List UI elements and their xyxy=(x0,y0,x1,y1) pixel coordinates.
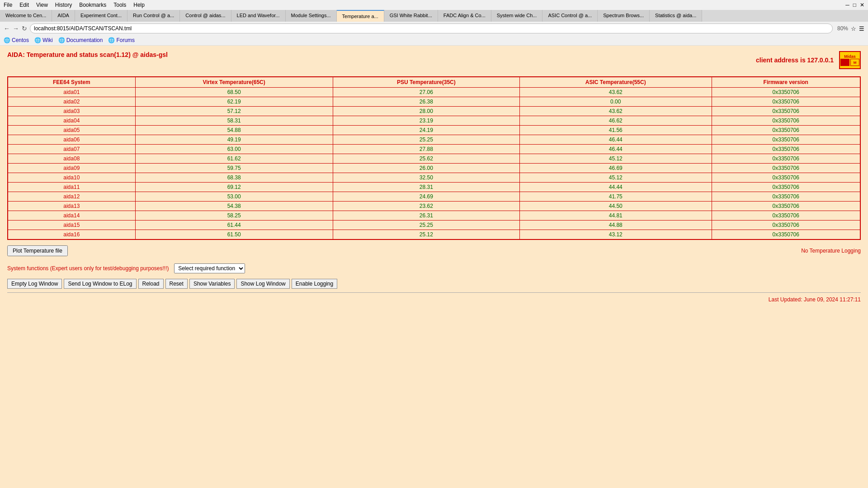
col-header-psu: PSU Temperature(35C) xyxy=(333,77,519,88)
cell-sys-5: aida06 xyxy=(8,135,135,145)
tab-spectrum[interactable]: Spectrum Brows... xyxy=(598,10,650,22)
cell-sys-7: aida08 xyxy=(8,154,135,164)
table-row: aida11 69.12 28.31 44.44 0x3350706 xyxy=(8,183,860,192)
menu-help[interactable]: Help xyxy=(133,2,145,8)
send-log-button[interactable]: Send Log Window to ELog xyxy=(64,279,136,289)
tab-system[interactable]: System wide Ch... xyxy=(491,10,543,22)
cell-firmware-11: 0x3350706 xyxy=(712,192,860,202)
forward-button[interactable]: → xyxy=(13,25,19,32)
tab-experiment[interactable]: Experiment Cont... xyxy=(75,10,127,22)
col-header-firmware: Firmware version xyxy=(712,77,860,88)
url-input[interactable] xyxy=(30,23,833,33)
cell-firmware-2: 0x3350706 xyxy=(712,107,860,116)
cell-asic-12: 44.50 xyxy=(519,202,712,211)
cell-psu-6: 27.88 xyxy=(333,145,519,154)
tab-gsi[interactable]: GSI White Rabbit... xyxy=(384,10,438,22)
cell-virtex-4: 54.88 xyxy=(135,126,333,135)
tab-control[interactable]: Control @ aidas... xyxy=(180,10,231,22)
cell-firmware-5: 0x3350706 xyxy=(712,135,860,145)
cell-sys-0: aida01 xyxy=(8,88,135,97)
cell-virtex-5: 49.19 xyxy=(135,135,333,145)
cell-sys-3: aida04 xyxy=(8,116,135,126)
tab-fadc[interactable]: FADC Align & Co... xyxy=(438,10,491,22)
menu-bar: File Edit View History Bookmarks Tools H… xyxy=(0,0,868,10)
cell-virtex-14: 61.44 xyxy=(135,221,333,230)
cell-firmware-12: 0x3350706 xyxy=(712,202,860,211)
show-variables-button[interactable]: Show Variables xyxy=(189,279,235,289)
close-button[interactable]: ✕ xyxy=(860,2,864,8)
tab-welcome[interactable]: Welcome to Cen... xyxy=(0,10,52,22)
table-row: aida05 54.88 24.19 41.56 0x3350706 xyxy=(8,126,860,135)
col-header-virtex: Virtex Temperature(65C) xyxy=(135,77,333,88)
bookmark-wiki[interactable]: 🌐 Wiki xyxy=(34,37,53,43)
cell-psu-11: 24.69 xyxy=(333,192,519,202)
cell-virtex-0: 68.50 xyxy=(135,88,333,97)
cell-asic-9: 45.12 xyxy=(519,173,712,183)
menu-view[interactable]: View xyxy=(36,2,48,8)
tab-run-control[interactable]: Run Control @ a... xyxy=(127,10,180,22)
cell-virtex-13: 58.25 xyxy=(135,211,333,221)
bookmark-forums[interactable]: 🌐 Forums xyxy=(108,37,135,43)
cell-sys-15: aida16 xyxy=(8,230,135,240)
cell-firmware-0: 0x3350706 xyxy=(712,88,860,97)
back-button[interactable]: ← xyxy=(4,25,10,32)
divider xyxy=(7,292,861,293)
no-logging-status: No Temperature Logging xyxy=(801,248,861,254)
cell-virtex-2: 57.12 xyxy=(135,107,333,116)
menu-tools[interactable]: Tools xyxy=(113,2,126,8)
reset-button[interactable]: Reset xyxy=(165,279,188,289)
cell-asic-15: 43.12 xyxy=(519,230,712,240)
reload-button[interactable]: ↻ xyxy=(22,25,27,32)
bookmark-documentation[interactable]: 🌐 Documentation xyxy=(58,37,103,43)
menu-history[interactable]: History xyxy=(55,2,72,8)
cell-virtex-7: 61.62 xyxy=(135,154,333,164)
action-buttons: Empty Log Window Send Log Window to ELog… xyxy=(7,279,861,289)
function-select[interactable]: Select required function xyxy=(174,263,245,273)
cell-sys-9: aida10 xyxy=(8,173,135,183)
midas-logo: Midas M xyxy=(839,51,861,69)
tab-led[interactable]: LED and Wavefor... xyxy=(231,10,286,22)
table-row: aida04 58.31 23.19 46.62 0x3350706 xyxy=(8,116,860,126)
table-row: aida15 61.44 25.25 44.88 0x3350706 xyxy=(8,221,860,230)
tab-temperature[interactable]: Temperature a... xyxy=(337,10,384,22)
reload-page-button[interactable]: Reload xyxy=(138,279,164,289)
cell-sys-10: aida11 xyxy=(8,183,135,192)
menu-bookmarks[interactable]: Bookmarks xyxy=(79,2,106,8)
tab-aida[interactable]: AIDA xyxy=(52,10,75,22)
cell-virtex-12: 54.38 xyxy=(135,202,333,211)
table-row: aida07 63.00 27.88 46.44 0x3350706 xyxy=(8,145,860,154)
cell-sys-12: aida13 xyxy=(8,202,135,211)
tab-bar: Welcome to Cen... AIDA Experiment Cont..… xyxy=(0,10,868,22)
cell-firmware-10: 0x3350706 xyxy=(712,183,860,192)
cell-virtex-11: 53.00 xyxy=(135,192,333,202)
maximize-button[interactable]: □ xyxy=(853,2,856,8)
cell-sys-1: aida02 xyxy=(8,97,135,107)
table-row: aida16 61.50 25.12 43.12 0x3350706 xyxy=(8,230,860,240)
tab-module[interactable]: Module Settings... xyxy=(286,10,337,22)
enable-logging-button[interactable]: Enable Logging xyxy=(292,279,337,289)
show-log-button[interactable]: Show Log Window xyxy=(236,279,289,289)
table-row: aida10 68.38 32.50 45.12 0x3350706 xyxy=(8,173,860,183)
tab-statistics[interactable]: Statistics @ aida... xyxy=(650,10,702,22)
minimize-button[interactable]: ─ xyxy=(845,2,849,8)
bookmark-star-icon[interactable]: ☆ xyxy=(851,25,856,32)
bookmark-centos[interactable]: 🌐 Centos xyxy=(4,37,29,43)
cell-firmware-8: 0x3350706 xyxy=(712,164,860,173)
cell-psu-12: 23.62 xyxy=(333,202,519,211)
empty-log-button[interactable]: Empty Log Window xyxy=(7,279,62,289)
cell-virtex-15: 61.50 xyxy=(135,230,333,240)
menu-icon[interactable]: ☰ xyxy=(859,25,864,32)
menu-edit[interactable]: Edit xyxy=(19,2,29,8)
cell-virtex-6: 63.00 xyxy=(135,145,333,154)
menu-file[interactable]: File xyxy=(4,2,12,8)
address-bar: ← → ↻ 80% ☆ ☰ xyxy=(0,22,868,35)
plot-temperature-button[interactable]: Plot Temperature file xyxy=(7,245,68,256)
cell-psu-2: 28.00 xyxy=(333,107,519,116)
cell-asic-3: 46.62 xyxy=(519,116,712,126)
cell-virtex-9: 68.38 xyxy=(135,173,333,183)
cell-firmware-13: 0x3350706 xyxy=(712,211,860,221)
cell-firmware-14: 0x3350706 xyxy=(712,221,860,230)
tab-asic[interactable]: ASIC Control @ a... xyxy=(542,10,598,22)
cell-psu-15: 25.12 xyxy=(333,230,519,240)
table-row: aida03 57.12 28.00 43.62 0x3350706 xyxy=(8,107,860,116)
